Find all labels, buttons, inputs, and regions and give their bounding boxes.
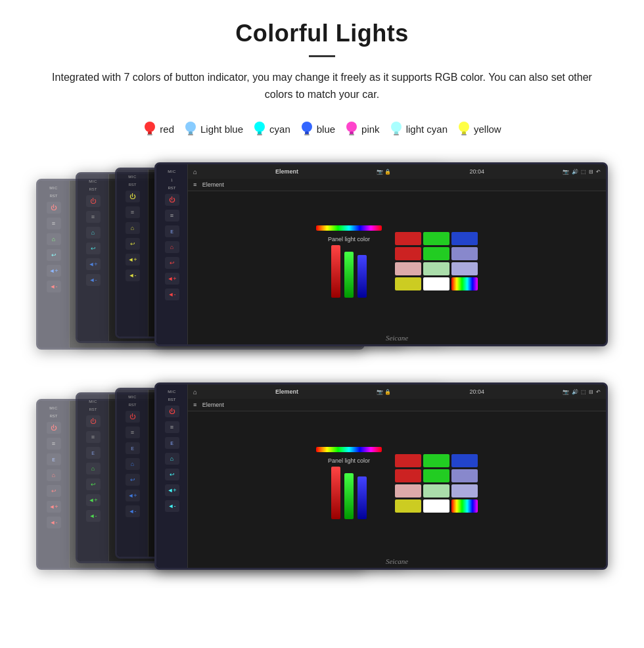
screen-home-icon: ⌂	[193, 168, 197, 175]
bulb-cyan-icon	[252, 120, 267, 138]
bulb-lightblue-icon	[183, 120, 198, 138]
color-label-yellow: yellow	[474, 124, 501, 135]
bulb-red-icon	[143, 120, 157, 138]
color-label-blue: blue	[317, 124, 335, 135]
color-label-lightblue: Light blue	[200, 124, 243, 135]
color-item-cyan: cyan	[252, 120, 290, 138]
svg-point-15	[391, 122, 402, 132]
svg-rect-14	[349, 134, 354, 135]
device-card-main-bottom: MIC RST ⏻ ≡ E ⌂ ↩ ◄+ ◄- ⌂ Element 📷 🔒 20…	[154, 382, 608, 570]
color-item-red: red	[143, 120, 174, 138]
watermark-2: Seicane	[188, 555, 606, 568]
device-card-main-top: MIC 1 RST ⏻ ≡ E ⌂ ↩ ◄+ ◄- ⌂ Element 📷 🔒	[154, 162, 608, 346]
bottom-device-row: MIC RST ⏻ ≡ E ⌂ ↩ ◄+ ◄- MIC RST ⏻	[0, 369, 644, 586]
bulb-pink-icon	[344, 120, 359, 138]
screen2-menu-icon: ≡	[193, 402, 196, 408]
svg-rect-8	[257, 134, 262, 135]
color-indicators: red Light blue cyan blue pink	[0, 120, 644, 138]
top-device-stack: MIC RST ⏻ ≡ ⌂ ↩ ◄+ ◄- MIC RST ⏻ ≡	[26, 162, 618, 353]
svg-rect-2	[147, 134, 152, 135]
screen-subtitle-text: Element	[202, 181, 224, 188]
color-label-cyan: cyan	[269, 124, 290, 135]
color-item-lightcyan: light cyan	[389, 120, 448, 138]
svg-point-0	[145, 122, 155, 132]
top-device-row: MIC RST ⏻ ≡ ⌂ ↩ ◄+ ◄- MIC RST ⏻ ≡	[0, 152, 644, 363]
screen-menu-icon: ≡	[193, 181, 196, 188]
svg-point-12	[346, 122, 357, 132]
screen2-home-icon: ⌂	[193, 388, 197, 396]
panel-light-label-2: Panel light color	[328, 457, 370, 464]
bulb-lightcyan-icon	[389, 120, 403, 138]
bulb-blue-icon	[300, 120, 314, 138]
svg-point-6	[254, 122, 265, 132]
color-label-red: red	[160, 124, 174, 135]
panel-light-label: Panel light color	[328, 236, 370, 243]
color-item-yellow: yellow	[457, 120, 501, 138]
page-title: Colorful Lights	[26, 20, 618, 47]
page-description: Integrated with 7 colors of button indic…	[39, 69, 605, 103]
page-header: Colorful Lights Integrated with 7 colors…	[0, 0, 644, 120]
color-label-pink: pink	[361, 124, 380, 135]
screen2-time: 20:04	[469, 388, 484, 395]
svg-point-9	[302, 122, 312, 132]
screen-title: Element	[275, 168, 298, 175]
screen2-subtitle-text: Element	[202, 402, 224, 408]
color-item-lightblue: Light blue	[183, 120, 243, 138]
screen2-title: Element	[275, 388, 298, 395]
color-label-lightcyan: light cyan	[406, 124, 448, 135]
svg-rect-5	[188, 134, 193, 135]
bulb-yellow-icon	[457, 120, 471, 138]
color-item-blue: blue	[300, 120, 335, 138]
svg-point-3	[185, 122, 196, 132]
bottom-device-stack: MIC RST ⏻ ≡ E ⌂ ↩ ◄+ ◄- MIC RST ⏻	[26, 382, 618, 573]
title-divider	[309, 55, 335, 57]
svg-rect-20	[461, 134, 467, 135]
svg-point-18	[459, 122, 469, 132]
svg-rect-17	[394, 134, 399, 135]
color-item-pink: pink	[344, 120, 380, 138]
svg-rect-11	[304, 134, 310, 135]
screen-time: 20:04	[469, 168, 484, 175]
watermark: Seicane	[188, 331, 606, 344]
